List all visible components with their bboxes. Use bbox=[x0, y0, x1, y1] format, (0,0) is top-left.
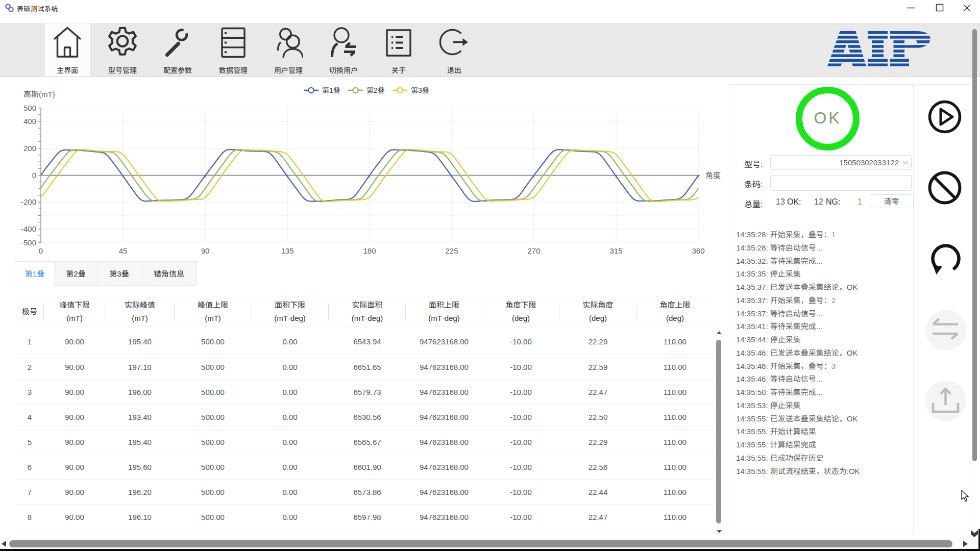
svg-text:第2叠: 第2叠 bbox=[366, 86, 385, 94]
svg-text:0: 0 bbox=[32, 171, 36, 180]
svg-text:-400: -400 bbox=[21, 224, 36, 233]
svg-text:225: 225 bbox=[445, 246, 458, 255]
svg-text:第1叠: 第1叠 bbox=[322, 86, 340, 94]
svg-text:180: 180 bbox=[363, 246, 376, 255]
svg-text:500: 500 bbox=[23, 104, 36, 112]
svg-text:角度: 角度 bbox=[705, 171, 721, 180]
svg-text:高斯(mT): 高斯(mT) bbox=[23, 90, 55, 98]
svg-text:-500: -500 bbox=[21, 238, 36, 247]
svg-text:90: 90 bbox=[201, 246, 210, 255]
svg-text:0: 0 bbox=[39, 246, 43, 255]
svg-text:315: 315 bbox=[609, 246, 622, 255]
svg-text:45: 45 bbox=[119, 246, 128, 255]
svg-text:第3叠: 第3叠 bbox=[411, 86, 429, 94]
svg-text:270: 270 bbox=[527, 246, 540, 255]
svg-text:-200: -200 bbox=[21, 197, 36, 206]
svg-text:135: 135 bbox=[281, 246, 293, 255]
svg-text:360: 360 bbox=[692, 246, 704, 255]
svg-text:400: 400 bbox=[23, 117, 36, 126]
svg-text:200: 200 bbox=[23, 144, 36, 153]
